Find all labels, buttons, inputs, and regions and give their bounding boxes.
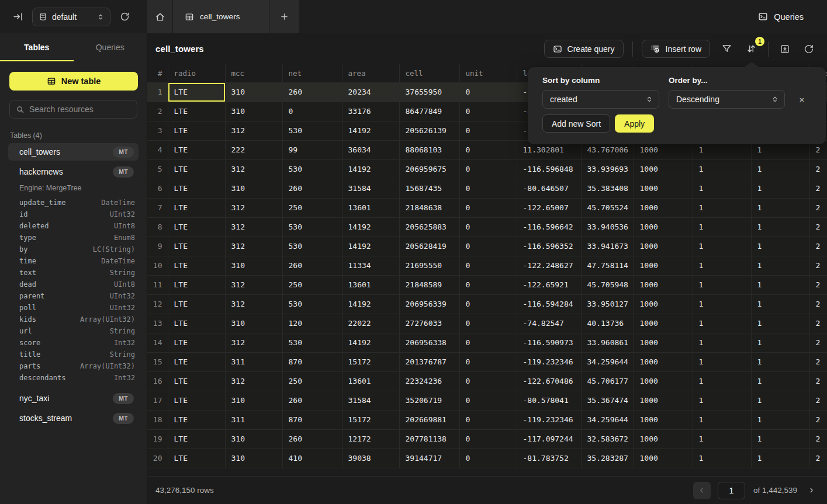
create-query-button[interactable]: Create query [544,40,624,58]
table-cell[interactable]: 40.13736 [581,314,634,333]
table-cell[interactable]: 310 [225,256,282,275]
table-cell[interactable]: LTE [168,179,225,198]
table-cell[interactable]: -81.783752 [517,449,581,468]
table-cell[interactable]: 1 [751,333,809,352]
tab-cell-towers[interactable]: cell_towers [173,0,269,33]
table-cell[interactable]: 34.259644 [581,352,634,371]
table-cell[interactable]: -116.590973 [517,333,581,352]
table-cell[interactable]: 21695550 [399,256,459,275]
table-cell[interactable]: -119.232346 [517,410,581,429]
table-cell[interactable]: LTE [168,429,225,449]
row-number[interactable]: 17 [147,391,168,410]
table-cell[interactable]: -116.596848 [517,159,581,179]
table-cell[interactable]: 310 [225,449,282,468]
row-number[interactable]: 10 [147,256,168,275]
table-cell[interactable]: 14192 [342,333,399,352]
column-header-unit[interactable]: unit [459,64,517,82]
page-number-input[interactable] [718,482,745,499]
table-cell[interactable]: 2 [809,333,827,352]
insert-row-button[interactable]: Insert row [642,40,710,58]
table-cell[interactable]: 1 [693,217,751,237]
table-cell[interactable]: 1000 [634,256,693,275]
table-cell[interactable]: 0 [282,102,342,121]
table-cell[interactable]: LTE [168,198,225,217]
table-cell[interactable]: 39144717 [399,449,459,468]
table-cell[interactable]: 35.283287 [581,449,634,468]
table-cell[interactable]: 1 [693,333,751,352]
download-button[interactable] [777,41,793,57]
table-cell[interactable]: 2 [809,429,827,449]
table-cell[interactable]: LTE [168,371,225,391]
table-cell[interactable]: 21848638 [399,198,459,217]
table-cell[interactable]: 0 [459,237,517,256]
row-number[interactable]: 12 [147,294,168,314]
table-cell[interactable]: 1000 [634,371,693,391]
table-cell[interactable]: -122.65007 [517,198,581,217]
table-cell[interactable]: -116.596642 [517,217,581,237]
column-header-mcc[interactable]: mcc [225,64,282,82]
sidebar-item-hackernews[interactable]: hackernews MT [8,163,139,180]
table-cell[interactable]: LTE [168,449,225,468]
row-number[interactable]: 6 [147,179,168,198]
table-cell[interactable]: 86477849 [399,102,459,121]
table-cell[interactable]: 1 [693,256,751,275]
table-cell[interactable]: 2 [809,371,827,391]
add-new-sort-button[interactable]: Add new Sort [542,114,610,133]
table-cell[interactable]: -80.578041 [517,391,581,410]
table-cell[interactable]: 1000 [634,159,693,179]
new-table-button[interactable]: New table [9,72,138,91]
table-cell[interactable]: LTE [168,391,225,410]
table-cell[interactable]: 1 [693,314,751,333]
table-cell[interactable]: LTE [168,294,225,314]
table-cell[interactable]: 1 [751,237,809,256]
table-cell[interactable]: 310 [225,82,282,102]
table-cell[interactable]: 2 [809,217,827,237]
table-cell[interactable]: 1 [693,449,751,468]
table-cell[interactable]: 0 [459,391,517,410]
queries-panel-button[interactable]: Queries [758,12,804,22]
table-cell[interactable]: -80.646507 [517,179,581,198]
table-cell[interactable]: 1000 [634,429,693,449]
table-cell[interactable]: 201376787 [399,352,459,371]
table-cell[interactable]: 1 [751,179,809,198]
table-cell[interactable]: LTE [168,140,225,159]
table-cell[interactable]: 11334 [342,256,399,275]
table-cell[interactable]: 31584 [342,179,399,198]
table-cell[interactable]: 205626139 [399,121,459,140]
table-cell[interactable]: -122.65921 [517,275,581,294]
table-cell[interactable]: LTE [168,237,225,256]
table-cell[interactable]: 530 [282,159,342,179]
refresh-table-button[interactable] [801,41,816,57]
table-cell[interactable]: 202669881 [399,410,459,429]
table-cell[interactable]: 21848589 [399,275,459,294]
table-cell[interactable]: 1 [751,314,809,333]
table-cell[interactable]: 1 [751,449,809,468]
table-cell[interactable]: 33.941673 [581,237,634,256]
row-number[interactable]: 13 [147,314,168,333]
table-cell[interactable]: 1 [751,410,809,429]
table-cell[interactable]: LTE [168,333,225,352]
table-cell[interactable]: 207781138 [399,429,459,449]
table-cell[interactable]: 1 [693,371,751,391]
table-cell[interactable]: 22324236 [399,371,459,391]
table-cell[interactable]: 1 [751,159,809,179]
table-cell[interactable]: 0 [459,256,517,275]
table-cell[interactable]: 1 [751,217,809,237]
table-cell[interactable]: 1 [751,391,809,410]
table-cell[interactable]: 14192 [342,121,399,140]
table-cell[interactable]: 33.950127 [581,294,634,314]
table-cell[interactable]: 2 [809,449,827,468]
table-cell[interactable]: 1000 [634,198,693,217]
table-cell[interactable]: 33.940536 [581,217,634,237]
table-cell[interactable]: 530 [282,333,342,352]
table-cell[interactable]: 0 [459,159,517,179]
row-number[interactable]: 9 [147,237,168,256]
table-cell[interactable]: 312 [225,217,282,237]
table-cell[interactable]: 1000 [634,179,693,198]
table-cell[interactable]: 1000 [634,333,693,352]
table-cell[interactable]: 1 [693,294,751,314]
table-cell[interactable]: 250 [282,198,342,217]
table-cell[interactable]: 260 [282,391,342,410]
table-cell[interactable]: 1 [693,275,751,294]
table-cell[interactable]: 99 [282,140,342,159]
